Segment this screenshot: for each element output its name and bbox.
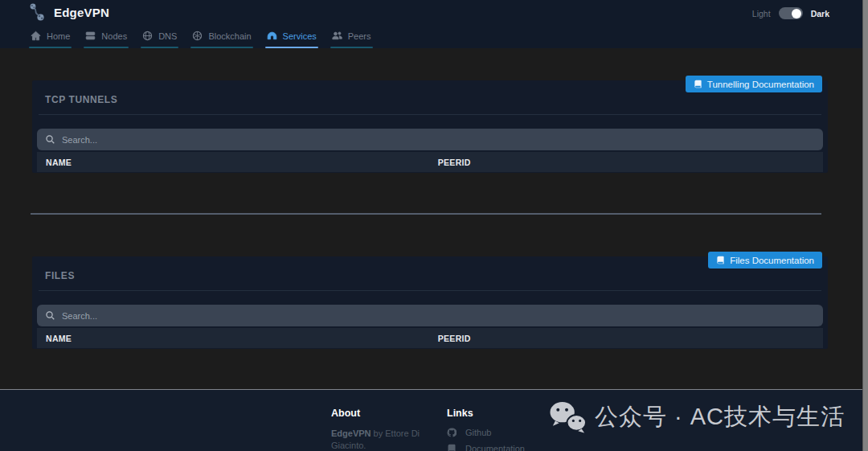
tunnels-search	[37, 129, 823, 150]
home-icon	[31, 31, 41, 41]
button-label: Tunnelling Documentation	[707, 80, 814, 89]
tunnel-icon	[267, 31, 277, 41]
nav-underline	[190, 47, 252, 48]
github-icon	[447, 428, 457, 437]
link-label: Github	[465, 428, 491, 437]
globe-icon	[142, 31, 153, 41]
peers-icon	[332, 31, 342, 41]
nav-underline	[330, 47, 373, 48]
nav-underline	[29, 47, 72, 48]
files-documentation-button[interactable]: Files Documentation	[708, 252, 822, 269]
column-header-name[interactable]: NAME	[37, 158, 438, 167]
tunnels-search-input[interactable]	[37, 129, 823, 150]
nav-label: DNS	[158, 31, 177, 41]
card-divider	[39, 290, 821, 291]
nav-item-nodes[interactable]: Nodes	[84, 31, 129, 48]
nav-label: Peers	[348, 31, 371, 41]
links-heading: Links	[447, 408, 525, 419]
nav-item-home[interactable]: Home	[29, 31, 72, 48]
search-icon	[45, 134, 55, 145]
nav-item-peers[interactable]: Peers	[330, 31, 373, 48]
column-header-name[interactable]: NAME	[37, 334, 438, 343]
nav-item-services[interactable]: Services	[265, 31, 318, 48]
blockchain-icon	[192, 31, 203, 41]
files-table-header: NAME PEERID	[37, 328, 823, 348]
search-icon	[45, 310, 55, 321]
column-header-peerid[interactable]: PEERID	[438, 158, 471, 167]
tunnels-table-header: NAME PEERID	[37, 152, 823, 172]
nav-underline	[141, 47, 178, 48]
theme-toggle-group: Light Dark	[752, 7, 829, 19]
nodes-icon	[85, 31, 96, 41]
button-label: Files Documentation	[730, 256, 814, 265]
nav-item-blockchain[interactable]: Blockchain	[190, 31, 252, 48]
nav-label: Nodes	[101, 31, 127, 41]
nav-item-dns[interactable]: DNS	[141, 31, 178, 48]
files-search-input[interactable]	[37, 305, 823, 326]
book-icon	[716, 256, 725, 264]
top-navbar: EdgeVPN Light Dark Home Nodes DNS	[0, 0, 868, 48]
main-content: Tunnelling Documentation TCP TUNNELS NAM…	[0, 80, 868, 349]
link-label: Documentation	[465, 444, 525, 451]
book-icon	[447, 444, 457, 451]
nav-label: Services	[283, 31, 317, 41]
tunnelling-documentation-button[interactable]: Tunnelling Documentation	[686, 76, 822, 92]
nav-label: Blockchain	[208, 31, 251, 41]
github-link[interactable]: Github	[447, 428, 525, 437]
switch-knob	[792, 9, 801, 18]
dark-label: Dark	[811, 9, 829, 18]
footer-links-column: Links Github Documentation	[447, 408, 525, 451]
vertical-scrollbar[interactable]	[862, 0, 868, 451]
about-app-name: EdgeVPN	[331, 428, 371, 438]
wechat-watermark: 公众号 · AC技术与生活	[549, 400, 845, 434]
tcp-tunnels-card: TCP TUNNELS NAME PEERID	[32, 80, 828, 173]
watermark-text: 公众号 · AC技术与生活	[595, 401, 845, 433]
about-heading: About	[331, 408, 429, 419]
light-label: Light	[752, 9, 771, 18]
main-nav: Home Nodes DNS Blockchain	[29, 31, 373, 48]
book-icon	[694, 80, 702, 88]
nav-underline	[84, 47, 129, 48]
documentation-link[interactable]: Documentation	[447, 444, 525, 451]
nav-label: Home	[47, 31, 70, 41]
footer-about-column: About EdgeVPN by Ettore Di Giacinto. Lic…	[331, 408, 429, 451]
column-header-peerid[interactable]: PEERID	[438, 334, 471, 343]
card-divider	[39, 114, 821, 115]
about-text: EdgeVPN by Ettore Di Giacinto.	[331, 428, 429, 451]
wechat-icon	[549, 400, 587, 434]
brand[interactable]: EdgeVPN	[28, 2, 109, 23]
theme-switch[interactable]	[779, 7, 803, 19]
page-footer: About EdgeVPN by Ettore Di Giacinto. Lic…	[0, 389, 868, 451]
app-title: EdgeVPN	[54, 6, 109, 19]
edgevpn-logo-icon	[28, 2, 47, 23]
files-search	[37, 305, 823, 326]
tcp-tunnels-section: Tunnelling Documentation TCP TUNNELS NAM…	[32, 80, 828, 173]
section-divider	[31, 213, 821, 215]
nav-underline	[265, 47, 318, 48]
files-card: FILES NAME PEERID	[32, 256, 828, 349]
files-section: Files Documentation FILES NAME PEERID	[32, 256, 828, 349]
